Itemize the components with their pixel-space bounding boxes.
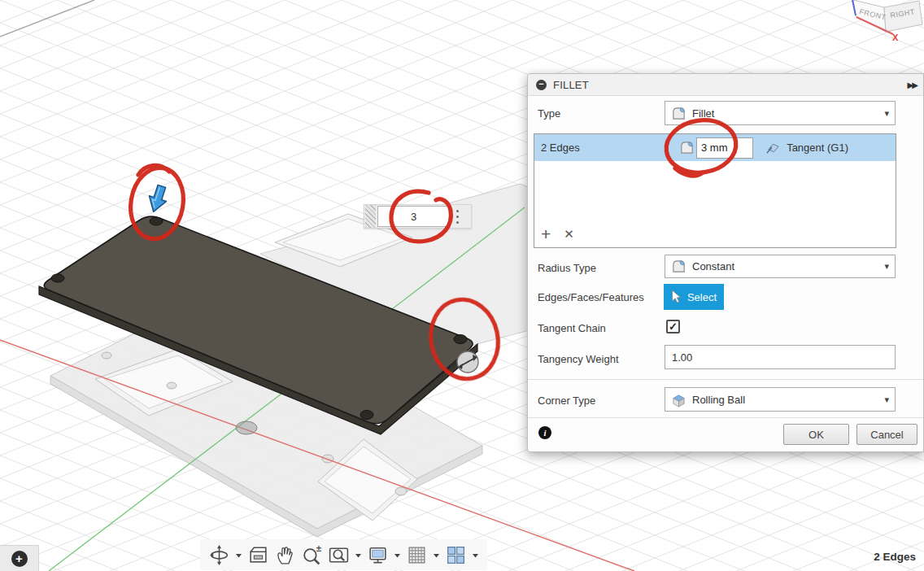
show-panel-button[interactable]: + (0, 545, 39, 571)
divider (528, 417, 923, 418)
more-options-icon[interactable] (456, 210, 459, 224)
type-label: Type (538, 107, 560, 120)
info-icon[interactable]: i (538, 426, 551, 439)
base-hole (167, 382, 177, 389)
grid-dropdown-icon[interactable] (433, 544, 440, 565)
tangent-chain-label: Tangent Chain (538, 322, 606, 334)
corner-type-dropdown[interactable]: Rolling Ball ▾ (665, 387, 896, 412)
origin-marker[interactable] (236, 421, 257, 434)
radius-type-dropdown[interactable]: Constant ▾ (665, 255, 896, 278)
tangency-weight-label: Tangency Weight (538, 353, 619, 365)
ok-button[interactable]: OK (783, 424, 849, 445)
svg-text:±: ± (316, 544, 321, 553)
cancel-button[interactable]: Cancel (856, 424, 917, 445)
orbit-icon[interactable] (208, 544, 230, 566)
edge-set-list: 2 Edges 3 mm Tangent (G1) + ✕ (534, 133, 896, 248)
look-at-icon[interactable] (247, 544, 269, 566)
edge-radius-field[interactable]: 3 mm (696, 137, 753, 159)
display-dropdown-icon[interactable] (394, 544, 401, 565)
type-dropdown[interactable]: Fillet ▾ (665, 101, 896, 125)
select-button[interactable]: Select (664, 284, 724, 310)
radius-type-label: Radius Type (538, 262, 596, 274)
add-edge-set-button[interactable]: + (541, 226, 551, 242)
collapse-icon[interactable]: − (536, 80, 547, 90)
viewports-dropdown-icon[interactable] (472, 544, 479, 565)
tangent-icon (765, 140, 781, 155)
pan-icon[interactable] (274, 544, 296, 566)
screw-hole[interactable] (454, 335, 467, 344)
corner-type-value: Rolling Ball (692, 394, 745, 406)
edge-radius-value: 3 mm (701, 142, 728, 154)
chevron-down-icon: ▾ (884, 261, 889, 272)
chevron-down-icon: ▾ (884, 394, 889, 405)
tangency-weight-input[interactable] (665, 345, 896, 369)
fillet-icon (671, 106, 686, 121)
base-hole (395, 487, 407, 495)
drag-handle[interactable] (365, 205, 376, 228)
edge-set-name: 2 Edges (541, 142, 679, 154)
viewcube-x-label: X (892, 33, 899, 42)
plus-icon: + (11, 551, 28, 567)
fit-dropdown-icon[interactable] (355, 544, 362, 565)
chevron-down-icon: ▾ (884, 108, 889, 119)
edge-continuity-value: Tangent (G1) (787, 142, 848, 154)
selection-status: 2 Edges (874, 551, 916, 563)
screw-hole[interactable] (360, 411, 373, 420)
grid-display-icon[interactable] (406, 544, 428, 566)
fillet-dialog: − FILLET ▶▶ Type Fillet ▾ 2 Edges 3 mm (527, 73, 924, 452)
constant-radius-icon (671, 259, 686, 274)
fillet-icon (679, 140, 695, 155)
screw-hole[interactable] (51, 274, 64, 282)
remove-edge-set-button[interactable]: ✕ (564, 226, 574, 242)
detach-icon[interactable]: ▶▶ (908, 81, 917, 89)
base-hole (102, 352, 111, 359)
screw-hole[interactable] (150, 217, 163, 225)
tangent-chain-checkbox[interactable]: ✓ (666, 320, 680, 333)
edge-continuity-dropdown[interactable]: Tangent (G1) (765, 140, 848, 155)
fillet-radius-input[interactable] (377, 206, 450, 227)
divider (528, 379, 923, 380)
dimension-input-widget (364, 204, 472, 229)
navigation-toolbar: ± (200, 539, 487, 570)
display-settings-icon[interactable] (367, 544, 389, 566)
rolling-ball-icon (671, 392, 686, 408)
corner-type-label: Corner Type (538, 394, 595, 407)
edge-set-row[interactable]: 2 Edges 3 mm Tangent (G1) (534, 134, 896, 161)
select-button-label: Select (687, 291, 717, 303)
dialog-header[interactable]: − FILLET ▶▶ (528, 74, 923, 96)
radius-type-value: Constant (692, 260, 734, 272)
orbit-dropdown-icon[interactable] (235, 544, 242, 565)
zoom-icon[interactable]: ± (301, 544, 323, 566)
dialog-title: FILLET (553, 79, 589, 91)
viewports-icon[interactable] (445, 544, 467, 566)
selection-label: Edges/Faces/Features (538, 291, 644, 303)
cursor-icon (671, 290, 682, 303)
type-value: Fillet (692, 107, 714, 120)
fit-icon[interactable] (328, 544, 350, 566)
fillet-sphere-manipulator[interactable] (457, 351, 478, 373)
